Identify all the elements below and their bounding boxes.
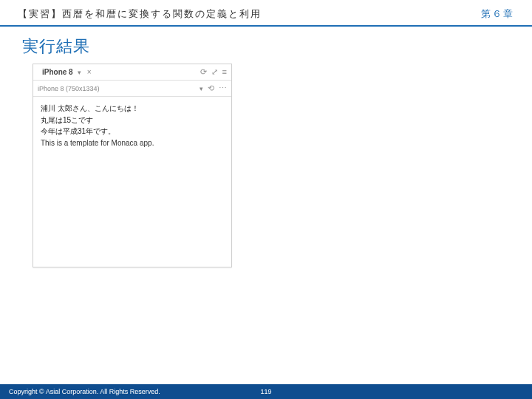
simulator-subbar: iPhone 8 (750x1334) ▾ ⟲ ⋯ [33, 81, 231, 97]
rotate-icon[interactable]: ⟲ [208, 83, 214, 93]
simulator-viewport: 浦川 太郎さん、こんにちは！ 丸尾は15こです 今年は平成31年です。 This… [33, 97, 231, 267]
reload-icon[interactable]: ⟳ [200, 67, 207, 77]
simulator-window: iPhone 8 ▾ × ⟳ ⤢ ≡ iPhone 8 (750x1334) ▾… [33, 64, 232, 267]
simulator-toolbar: iPhone 8 ▾ × ⟳ ⤢ ≡ [33, 64, 231, 81]
slide-header: 【実習】西暦を和暦に変換する関数の定義と利用 第６章 [0, 0, 532, 27]
device-label: iPhone 8 [42, 68, 73, 76]
section-title: 実行結果 [0, 27, 532, 64]
output-line: 浦川 太郎さん、こんにちは！ [41, 103, 224, 115]
output-line: 丸尾は15こです [41, 115, 224, 126]
output-line: 今年は平成31年です。 [41, 126, 224, 137]
page-number: 119 [260, 388, 271, 395]
slide-footer: Copyright © Asial Corporation. All Right… [0, 384, 532, 399]
resolution-chevron-icon[interactable]: ▾ [200, 85, 203, 92]
copyright-text: Copyright © Asial Corporation. All Right… [9, 388, 160, 395]
resolution-label: iPhone 8 (750x1334) [38, 85, 100, 92]
menu-icon[interactable]: ≡ [222, 67, 227, 77]
slide-title: 【実習】西暦を和暦に変換する関数の定義と利用 [18, 7, 262, 21]
chevron-down-icon[interactable]: ▾ [78, 69, 81, 76]
close-icon[interactable]: × [87, 68, 92, 76]
more-icon[interactable]: ⋯ [219, 83, 227, 93]
output-line: This is a template for Monaca app. [41, 137, 224, 149]
screenshot-panel: iPhone 8 ▾ × ⟳ ⤢ ≡ iPhone 8 (750x1334) ▾… [0, 64, 532, 267]
expand-icon[interactable]: ⤢ [211, 67, 218, 77]
chapter-label: 第６章 [481, 7, 514, 21]
